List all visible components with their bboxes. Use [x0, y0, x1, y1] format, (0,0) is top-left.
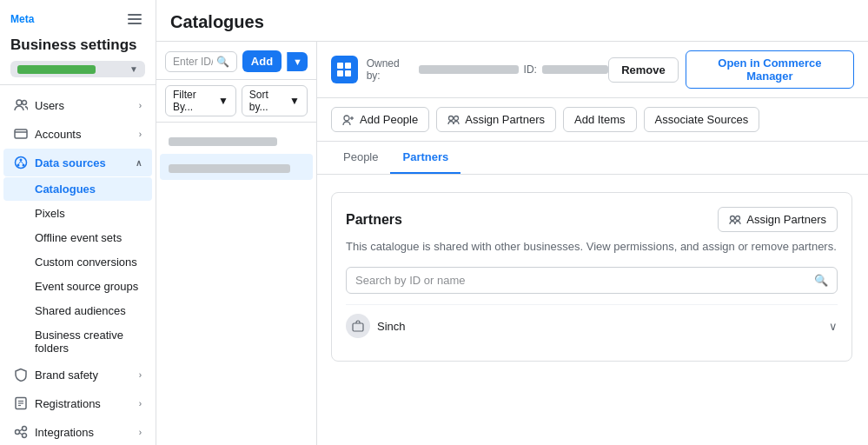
sidebar-subitem-custom-conversions[interactable]: Custom conversions [3, 250, 152, 274]
catalogue-detail-panel: Owned by: ID: Remove Open in Commerce Ma… [317, 42, 868, 445]
sidebar-item-label: Registrations [35, 397, 101, 410]
assign-partners-card-button[interactable]: Assign Partners [718, 207, 838, 232]
sidebar-item-label: Data sources [35, 156, 106, 169]
nav-item-left: Users [14, 98, 64, 112]
sidebar-subitem-pixels[interactable]: Pixels [3, 202, 152, 225]
sidebar-item-accounts[interactable]: Accounts › [3, 120, 152, 148]
svg-line-18 [20, 433, 23, 435]
catalogue-name-bar [169, 137, 277, 146]
hamburger-line [128, 14, 142, 16]
meta-logo-svg: Meta [10, 13, 45, 25]
sidebar-subitem-business-creative-folders[interactable]: Business creative folders [3, 323, 152, 360]
tab-partners[interactable]: Partners [390, 142, 461, 174]
partner-item-left: Sinch [346, 314, 406, 338]
data-sources-chevron-icon: ∧ [136, 158, 142, 168]
accounts-icon [14, 127, 28, 141]
sort-select[interactable]: Sort by... ▼ [242, 85, 308, 116]
remove-button[interactable]: Remove [608, 57, 679, 83]
sidebar-item-integrations[interactable]: Integrations › [3, 418, 152, 445]
hamburger-line [128, 23, 142, 24]
svg-line-8 [19, 162, 22, 164]
svg-point-5 [20, 159, 23, 162]
main-content: Catalogues 🔍 Add ▼ Filter By... ▼ [156, 0, 868, 445]
brand-safety-chevron-icon: › [139, 370, 142, 380]
catalogue-item[interactable] [160, 154, 313, 180]
shield-icon [14, 368, 28, 382]
owner-name-bar [419, 65, 518, 74]
assign-partners-button[interactable]: Assign Partners [436, 107, 556, 132]
add-dropdown-button[interactable]: ▼ [287, 52, 308, 71]
sidebar-item-brand-safety[interactable]: Brand safety › [3, 361, 152, 389]
subnav-label: Offline event sets [35, 231, 122, 244]
partners-card: Partners Assign Partners This catalogue … [331, 192, 852, 362]
assign-partners-card-icon [729, 214, 741, 226]
account-bar [17, 65, 96, 74]
partners-search-input[interactable] [355, 274, 809, 287]
sort-chevron-icon: ▼ [289, 95, 300, 107]
subnav-label: Shared audiences [35, 304, 126, 317]
tab-label: People [343, 150, 378, 163]
sidebar-item-data-sources[interactable]: Data sources ∧ [3, 149, 152, 176]
svg-point-27 [449, 116, 454, 120]
tab-people[interactable]: People [331, 142, 390, 174]
svg-point-30 [736, 216, 740, 220]
business-settings-title: Business settings [10, 33, 145, 61]
subnav-label: Business creative folders [35, 329, 123, 355]
add-button[interactable]: Add [242, 50, 282, 72]
filter-chevron-icon: ▼ [218, 95, 229, 107]
accounts-chevron-icon: › [139, 130, 142, 139]
data-sources-icon [14, 156, 28, 169]
hamburger-menu[interactable] [124, 10, 145, 28]
users-chevron-icon: › [139, 101, 142, 110]
svg-point-29 [731, 216, 735, 220]
svg-point-15 [23, 427, 27, 431]
main-body: 🔍 Add ▼ Filter By... ▼ Sort by... ▼ [156, 42, 868, 445]
id-value-bar [542, 65, 608, 74]
sort-label: Sort by... [249, 89, 286, 113]
partner-expand-icon[interactable]: ∨ [829, 320, 838, 333]
registrations-chevron-icon: › [139, 399, 142, 408]
catalogue-name-bar [169, 164, 290, 173]
sidebar-subitem-catalogues[interactable]: Catalogues [3, 177, 152, 201]
detail-tabs: People Partners [317, 142, 868, 175]
svg-point-1 [17, 100, 22, 105]
svg-line-17 [20, 429, 23, 431]
nav-item-left: Data sources [14, 156, 106, 169]
registrations-icon [14, 396, 28, 410]
associate-sources-button[interactable]: Associate Sources [644, 107, 760, 132]
sidebar: Meta Business settings ▼ Users › [0, 0, 156, 445]
catalogue-items [156, 123, 316, 445]
meta-logo: Meta [10, 10, 145, 28]
sidebar-subitem-offline-event-sets[interactable]: Offline event sets [3, 226, 152, 249]
search-input[interactable] [173, 56, 213, 68]
account-selector[interactable]: ▼ [10, 61, 145, 77]
filter-label: Filter By... [173, 89, 215, 113]
catalogue-item[interactable] [160, 130, 313, 153]
svg-point-14 [16, 430, 20, 435]
sidebar-item-registrations[interactable]: Registrations › [3, 389, 152, 417]
add-items-button[interactable]: Add Items [563, 107, 637, 132]
sidebar-subitem-event-source-groups[interactable]: Event source groups [3, 275, 152, 298]
add-people-button[interactable]: Add People [331, 107, 429, 132]
sidebar-item-label: Accounts [35, 128, 81, 141]
detail-actions: Add People Assign Partners Add Items Ass… [317, 98, 868, 142]
partners-description: This catalogue is shared with other busi… [346, 239, 838, 255]
svg-point-24 [344, 116, 349, 121]
add-label: Add [251, 55, 273, 68]
filter-select[interactable]: Filter By... ▼ [165, 85, 236, 116]
subnav-label: Custom conversions [35, 256, 137, 269]
sidebar-item-users[interactable]: Users › [3, 91, 152, 119]
integrations-chevron-icon: › [139, 428, 142, 437]
main-header: Catalogues [156, 0, 868, 42]
add-people-icon [342, 114, 354, 126]
nav-item-left: Integrations [14, 425, 94, 439]
filter-toolbar: Filter By... ▼ Sort by... ▼ [156, 80, 316, 123]
detail-body: Partners Assign Partners This catalogue … [317, 175, 868, 445]
catalogue-icon-grid [337, 63, 351, 76]
search-icon: 🔍 [216, 56, 229, 68]
sidebar-subitem-shared-audiences[interactable]: Shared audiences [3, 299, 152, 322]
users-icon [14, 98, 28, 112]
partner-suitcase-icon [352, 320, 364, 332]
partners-title: Partners [346, 212, 402, 228]
open-commerce-button[interactable]: Open in Commerce Manager [686, 50, 854, 89]
